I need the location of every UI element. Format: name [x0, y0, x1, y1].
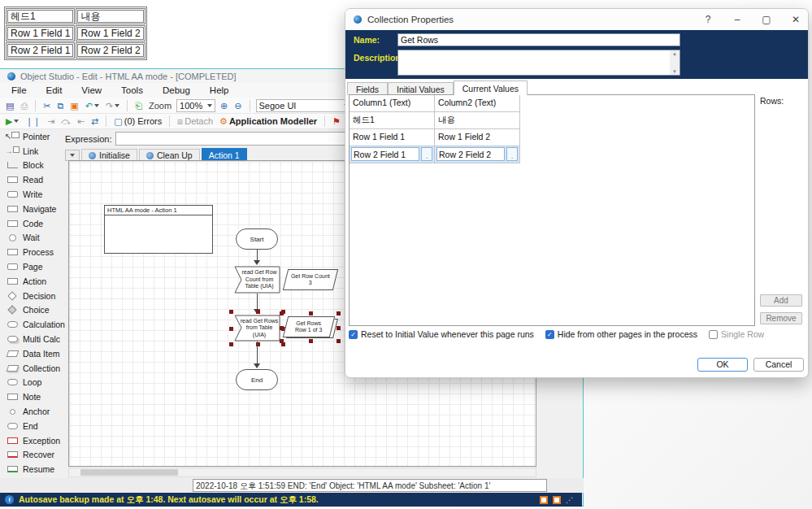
redo-button[interactable]: ↷	[104, 100, 121, 111]
step-out-button[interactable]: ⇤	[76, 115, 86, 127]
read-stage-get-row-count[interactable]: read Get Row Count from Table (UIA)	[234, 266, 280, 294]
play-button[interactable]: ▶	[4, 115, 20, 127]
zoom-out-button[interactable]: ⊖	[232, 100, 243, 111]
scroll-down-icon[interactable]: ▼	[672, 69, 677, 74]
toolbox-item[interactable]: Decision	[2, 289, 63, 303]
option-checkbox[interactable]: ✓ Hide from other pages in the process	[545, 329, 697, 339]
grid-row-selected[interactable]: . .	[350, 146, 754, 163]
description-textarea[interactable]: ▲▼	[397, 50, 680, 76]
toolbox-item[interactable]: Resume	[2, 462, 63, 476]
table-header-cell[interactable]: 헤드1	[7, 10, 73, 23]
grid-column-header[interactable]: Column1 (Text)	[350, 95, 435, 112]
toolbox-item[interactable]: Block	[2, 159, 63, 173]
reset-button[interactable]: ⇄	[89, 115, 100, 127]
cell-expand-button[interactable]: .	[421, 147, 432, 161]
toolbox-item[interactable]: Calculation	[2, 317, 63, 332]
scroll-up-icon[interactable]: ▲	[672, 51, 677, 56]
start-stage[interactable]: Start	[236, 228, 278, 250]
table-cell[interactable]: Row 1 Field 1	[7, 27, 73, 40]
toolbox-item[interactable]: Collection	[2, 361, 63, 376]
data-item-get-row-count[interactable]: Get Row Count3	[283, 269, 338, 290]
chevron-down-icon[interactable]	[115, 104, 119, 107]
resize-grip-icon[interactable]: ⋰	[566, 496, 574, 504]
toolbox-item[interactable]: End	[2, 419, 63, 433]
toolbox-item[interactable]: Exception	[2, 433, 63, 448]
cancel-button[interactable]: Cancel	[753, 358, 804, 372]
scrollbar-thumb[interactable]	[80, 469, 178, 476]
option-checkbox[interactable]: ✓ Reset to Initial Value whenever this p…	[349, 329, 534, 339]
table-cell[interactable]: Row 1 Field 2	[77, 27, 143, 40]
menu-item[interactable]: View	[81, 85, 102, 95]
tab-list-dropdown[interactable]	[65, 150, 80, 161]
toolbox-item[interactable]: Loop	[2, 376, 63, 390]
grid-cell[interactable]: 헤드1	[350, 112, 435, 129]
step-over-button[interactable]: ⤼	[59, 115, 72, 127]
maximize-button[interactable]: ▢	[761, 14, 772, 25]
textarea-scrollbar[interactable]: ▲▼	[670, 50, 680, 75]
copy-button[interactable]: ⧉	[55, 100, 65, 111]
toolbox-item[interactable]: Multi Calc	[2, 332, 63, 346]
zoom-select[interactable]: 100%	[176, 99, 215, 112]
menu-item[interactable]: Help	[210, 85, 229, 95]
help-button[interactable]: ?	[702, 14, 714, 25]
tab-initial-values[interactable]: Initial Values	[388, 82, 454, 95]
tab-current-values[interactable]: Current Values	[454, 80, 528, 95]
step-in-button[interactable]: ⇥	[46, 115, 56, 127]
toolbox-item[interactable]: Read	[2, 172, 63, 187]
save-button[interactable]: ▤	[4, 100, 15, 111]
grid-row[interactable]: 헤드1 내용	[350, 112, 754, 129]
cell-expand-button[interactable]: .	[506, 147, 518, 161]
table-cell[interactable]: Row 2 Field 2	[77, 44, 143, 57]
toolbox-item[interactable]: Choice	[2, 303, 63, 318]
toolbox-item[interactable]: Anchor	[2, 404, 63, 419]
checkbox-icon[interactable]: ✓	[349, 330, 358, 339]
toolbox-item[interactable]: Write	[2, 187, 63, 202]
detach-button[interactable]: ⧈Detach	[176, 115, 215, 127]
toolbox-item[interactable]: Recover	[2, 448, 63, 463]
toolbox-item[interactable]: Process	[2, 245, 63, 259]
chevron-down-icon[interactable]	[14, 120, 19, 123]
breakpoint-flag-button[interactable]: ⚑	[331, 115, 342, 127]
selection-handles[interactable]	[281, 313, 339, 342]
grid-cell[interactable]: Row 1 Field 2	[435, 129, 520, 146]
grid-cell[interactable]: Row 1 Field 1	[350, 129, 435, 146]
grid-column-header[interactable]: Column2 (Text)	[435, 95, 520, 112]
print-button[interactable]: ⎙	[19, 100, 29, 111]
dialog-titlebar[interactable]: Collection Properties ? – ▢ ✕	[345, 9, 808, 30]
cut-button[interactable]: ✂	[41, 100, 52, 111]
toolbox-item[interactable]: Code	[2, 216, 63, 231]
checkbox-icon[interactable]: ✓	[545, 330, 554, 339]
document-search-icon[interactable]	[553, 496, 561, 504]
ok-button[interactable]: OK	[697, 358, 748, 372]
table-cell[interactable]: Row 2 Field 1	[7, 44, 73, 57]
errors-button[interactable]: ▢(0) Errors	[112, 115, 163, 127]
font-select[interactable]: Segoe UI	[256, 99, 352, 112]
toolbox-item[interactable]: Pointer	[2, 129, 63, 144]
toolbox-item[interactable]: Action	[2, 274, 63, 289]
note-stage[interactable]: HTML AA mode - Action 1	[104, 205, 213, 254]
chevron-down-icon[interactable]	[94, 104, 99, 107]
grid-cell[interactable]: 내용	[435, 112, 520, 129]
menu-item[interactable]: Tools	[121, 85, 143, 95]
add-row-button[interactable]: Add	[760, 294, 802, 307]
toolbox-item[interactable]: Note	[2, 389, 63, 404]
zoom-in-button[interactable]: ⊕	[219, 100, 229, 111]
cell-edit-input[interactable]	[436, 147, 505, 161]
menu-item[interactable]: Edit	[46, 85, 63, 95]
toolbox-item[interactable]: Data Item	[2, 346, 63, 361]
application-modeller-button[interactable]: ⚙Application Modeller	[218, 115, 319, 127]
menu-item[interactable]: Debug	[163, 85, 190, 95]
cell-edit-input[interactable]	[351, 147, 419, 161]
collection-values-grid[interactable]: Column1 (Text) Column2 (Text) 헤드1 내용 Row…	[349, 94, 755, 326]
toolbox-item[interactable]: Wait	[2, 231, 63, 246]
export-page-button[interactable]: ⎗	[133, 100, 144, 111]
remove-row-button[interactable]: Remove	[760, 312, 802, 324]
tab-fields[interactable]: Fields	[347, 82, 388, 95]
undo-button[interactable]: ↶	[84, 100, 101, 111]
toolbox-item[interactable]: Navigate	[2, 202, 63, 216]
canvas-horizontal-scrollbar[interactable]	[68, 468, 536, 477]
end-stage[interactable]: End	[236, 369, 278, 390]
option-checkbox[interactable]: Single Row	[709, 329, 764, 339]
name-input[interactable]	[397, 33, 680, 46]
menu-item[interactable]: File	[11, 85, 27, 95]
